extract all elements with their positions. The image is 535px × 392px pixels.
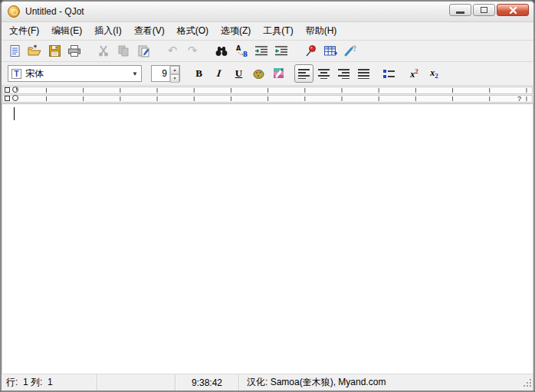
underline-label: U bbox=[235, 67, 242, 80]
align-left-icon bbox=[298, 69, 310, 79]
print-button[interactable] bbox=[64, 42, 84, 60]
open-folder-icon bbox=[28, 44, 41, 57]
ruler-top-strip[interactable] bbox=[2, 87, 533, 94]
subscript-icon: x2 bbox=[430, 67, 438, 80]
superscript-icon: x2 bbox=[410, 67, 418, 80]
align-justify-icon bbox=[358, 69, 369, 79]
menu-insert[interactable]: 插入(I) bbox=[88, 22, 127, 40]
undo-icon: ↶ bbox=[168, 45, 178, 57]
find-button[interactable] bbox=[212, 42, 231, 60]
subscript-button[interactable]: x2 bbox=[425, 64, 444, 83]
redo-icon: ↷ bbox=[188, 45, 198, 57]
format-brush-icon bbox=[343, 44, 357, 57]
empty-panel bbox=[97, 374, 176, 390]
underline-button[interactable]: U bbox=[229, 64, 248, 83]
font-color-button[interactable] bbox=[249, 64, 268, 83]
align-right-icon bbox=[338, 69, 350, 79]
left-indent-marker[interactable] bbox=[5, 96, 10, 101]
new-document-icon bbox=[8, 44, 21, 57]
insert-table-button[interactable] bbox=[320, 42, 340, 60]
print-icon bbox=[67, 44, 81, 57]
font-size-spinner[interactable]: 9 ▲ ▼ bbox=[151, 65, 180, 82]
minimize-button[interactable] bbox=[449, 4, 471, 16]
spin-down-button[interactable]: ▼ bbox=[170, 74, 179, 83]
indent-increase-icon bbox=[254, 45, 268, 57]
font-family-combobox[interactable]: T 宋体 ▼ bbox=[8, 65, 142, 82]
format-toolbar: T 宋体 ▼ 9 ▲ ▼ B I U bbox=[2, 62, 533, 86]
indent-markers bbox=[5, 87, 26, 103]
font-size-value[interactable]: 9 bbox=[152, 66, 169, 81]
first-line-indent-marker[interactable] bbox=[5, 87, 10, 93]
menu-bar: 文件(F) 编辑(E) 插入(I) 查看(V) 格式(O) 选项(Z) 工具(T… bbox=[2, 22, 533, 41]
superscript-button[interactable]: x2 bbox=[405, 64, 424, 83]
menu-format[interactable]: 格式(O) bbox=[171, 22, 215, 40]
menu-file[interactable]: 文件(F) bbox=[3, 22, 45, 40]
pin-button[interactable] bbox=[300, 42, 320, 60]
ruler[interactable]: ? bbox=[2, 86, 533, 104]
find-binoculars-icon bbox=[215, 45, 228, 57]
undo-button: ↶ bbox=[162, 42, 182, 60]
italic-label: I bbox=[216, 67, 222, 80]
align-center-button[interactable] bbox=[314, 64, 333, 83]
status-bar: 行: 1 列: 1 9:38:42 汉化: Samoa(奎木狼), Myand.… bbox=[2, 374, 533, 390]
maximize-button[interactable] bbox=[473, 4, 495, 16]
hanging-indent-marker[interactable] bbox=[12, 95, 18, 101]
clock-value: 9:38:42 bbox=[192, 377, 222, 388]
align-right-button[interactable] bbox=[334, 64, 353, 83]
localization-text: 汉化: Samoa(奎木狼), Myand.com bbox=[247, 376, 386, 389]
close-icon bbox=[509, 6, 517, 15]
new-button[interactable] bbox=[5, 42, 25, 60]
pushpin-icon bbox=[304, 44, 317, 57]
copy-icon bbox=[117, 44, 130, 57]
bullet-list-icon bbox=[383, 69, 395, 79]
spinner-buttons: ▲ ▼ bbox=[169, 66, 179, 81]
svg-text:A: A bbox=[236, 45, 241, 52]
replace-icon: A B bbox=[235, 44, 248, 57]
paste-button[interactable] bbox=[133, 42, 153, 60]
bold-button[interactable]: B bbox=[189, 64, 208, 83]
highlight-button[interactable] bbox=[269, 64, 288, 83]
bullet-list-button[interactable] bbox=[379, 64, 399, 83]
format-brush-button[interactable] bbox=[340, 42, 360, 60]
menu-options[interactable]: 选项(Z) bbox=[215, 22, 257, 40]
bold-label: B bbox=[195, 67, 202, 80]
menu-edit[interactable]: 编辑(E) bbox=[45, 22, 88, 40]
close-button[interactable] bbox=[497, 4, 529, 16]
replace-button[interactable]: A B bbox=[231, 42, 251, 60]
menu-help[interactable]: 帮助(H) bbox=[300, 22, 343, 40]
app-window: Untitled - QJot 文件(F) 编辑(E) 插入(I) 查看(V) … bbox=[0, 0, 535, 392]
clipboard-group bbox=[94, 42, 153, 60]
document-editor[interactable] bbox=[2, 104, 533, 374]
cut-button bbox=[94, 42, 113, 60]
copy-button bbox=[113, 42, 133, 60]
line-column-panel: 行: 1 列: 1 bbox=[2, 374, 97, 390]
text-caret bbox=[14, 107, 15, 120]
align-left-button[interactable] bbox=[294, 64, 313, 83]
resize-grip[interactable] bbox=[524, 381, 531, 388]
title-bar[interactable]: Untitled - QJot bbox=[2, 2, 533, 22]
file-group bbox=[5, 42, 84, 60]
indent-increase-button[interactable] bbox=[251, 42, 271, 60]
align-center-icon bbox=[318, 69, 330, 79]
app-icon bbox=[8, 5, 20, 18]
tab-clock-marker[interactable] bbox=[12, 87, 18, 93]
indent-decrease-icon bbox=[274, 45, 288, 57]
window-controls bbox=[449, 2, 529, 21]
insert-group bbox=[300, 42, 360, 60]
ruler-bottom-strip[interactable]: ? bbox=[2, 95, 533, 103]
maximize-icon bbox=[481, 7, 487, 13]
combo-dropdown-icon[interactable]: ▼ bbox=[132, 70, 138, 77]
spin-up-button[interactable]: ▲ bbox=[170, 66, 179, 74]
localization-panel: 汉化: Samoa(奎木狼), Myand.com bbox=[239, 374, 533, 390]
paste-icon bbox=[137, 44, 150, 57]
menu-tools[interactable]: 工具(T) bbox=[257, 22, 299, 40]
right-margin-marker[interactable]: ? bbox=[517, 95, 521, 103]
save-button[interactable] bbox=[44, 42, 64, 60]
insert-table-icon bbox=[323, 45, 337, 57]
open-button[interactable] bbox=[25, 42, 44, 60]
menu-view[interactable]: 查看(V) bbox=[128, 22, 171, 40]
svg-text:B: B bbox=[243, 51, 248, 57]
indent-decrease-button[interactable] bbox=[271, 42, 291, 60]
align-justify-button[interactable] bbox=[354, 64, 373, 83]
italic-button[interactable]: I bbox=[209, 64, 228, 83]
